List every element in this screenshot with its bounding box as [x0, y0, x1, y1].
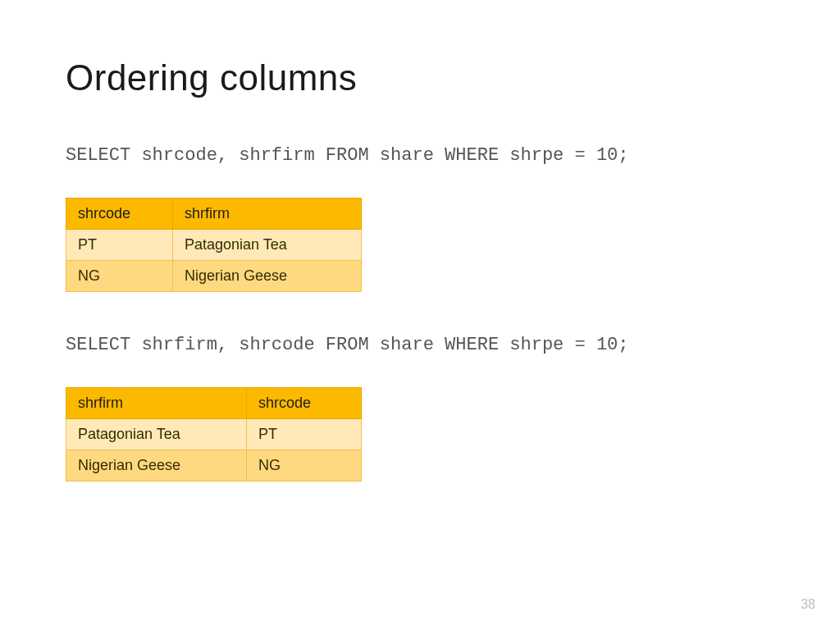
- col-header: shrfirm: [173, 198, 362, 229]
- table-row: NG Nigerian Geese: [66, 260, 362, 291]
- page-title: Ordering columns: [66, 57, 774, 98]
- table-header-row: shrcode shrfirm: [66, 198, 362, 229]
- sql-query-2: SELECT shrfirm, shrcode FROM share WHERE…: [66, 333, 774, 358]
- slide: Ordering columns SELECT shrcode, shrfirm…: [0, 0, 840, 482]
- table-header-row: shrfirm shrcode: [66, 387, 362, 418]
- result-table-2: shrfirm shrcode Patagonian Tea PT Nigeri…: [66, 387, 362, 482]
- page-number: 38: [801, 597, 815, 612]
- table-cell: PT: [66, 229, 173, 260]
- table-cell: PT: [247, 418, 362, 450]
- col-header: shrfirm: [66, 387, 247, 418]
- col-header: shrcode: [66, 198, 173, 229]
- table-row: Nigerian Geese NG: [66, 450, 362, 481]
- sql-query-1: SELECT shrcode, shrfirm FROM share WHERE…: [66, 144, 774, 169]
- table-cell: Nigerian Geese: [173, 260, 362, 291]
- col-header: shrcode: [247, 387, 362, 418]
- result-table-1: shrcode shrfirm PT Patagonian Tea NG Nig…: [66, 198, 362, 292]
- table-cell: Nigerian Geese: [66, 450, 247, 481]
- table-cell: NG: [247, 450, 362, 481]
- table-cell: Patagonian Tea: [66, 418, 247, 450]
- table-cell: Patagonian Tea: [173, 229, 362, 260]
- table-row: Patagonian Tea PT: [66, 418, 362, 450]
- table-cell: NG: [66, 260, 173, 291]
- table-row: PT Patagonian Tea: [66, 229, 362, 260]
